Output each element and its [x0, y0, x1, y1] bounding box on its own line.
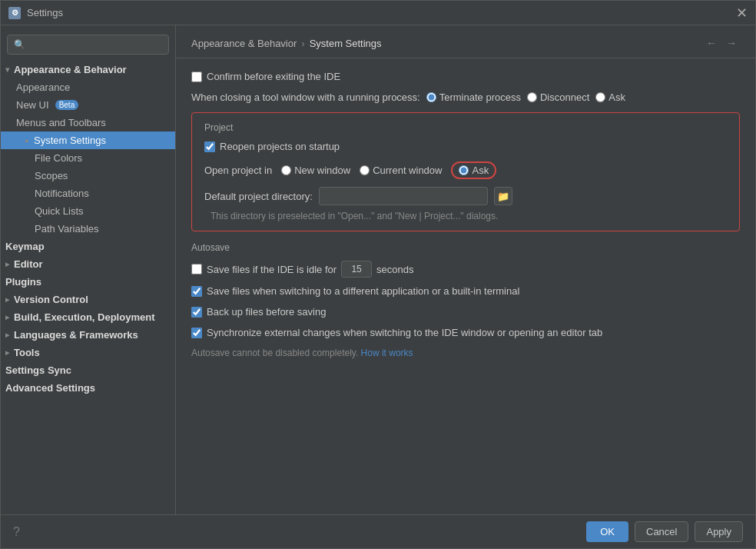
sidebar-item-appearance[interactable]: Appearance [1, 78, 175, 96]
sidebar-item-languages-frameworks[interactable]: ▸ Languages & Frameworks [1, 326, 175, 344]
sidebar-item-settings-sync[interactable]: Settings Sync [1, 361, 175, 379]
sync-external-checkbox[interactable] [191, 328, 202, 338]
reopen-projects-row: Reopen projects on startup [204, 141, 727, 152]
sidebar-label: Quick Lists [35, 205, 84, 217]
sync-external-label[interactable]: Synchronize external changes when switch… [191, 327, 602, 338]
search-box[interactable]: 🔍 [7, 35, 169, 55]
ask-project-radio[interactable] [459, 165, 469, 175]
expand-arrow: ▸ [5, 331, 9, 339]
how-it-works-link[interactable]: How it works [361, 348, 413, 358]
sidebar-item-version-control[interactable]: ▸ Version Control [1, 291, 175, 308]
sidebar-label: Notifications [35, 188, 89, 199]
save-switch-label[interactable]: Save files when switching to a different… [191, 285, 519, 297]
main-header: Appearance & Behavior › System Settings … [176, 25, 755, 58]
sidebar-item-editor[interactable]: ▸ Editor [1, 255, 175, 273]
current-window-text: Current window [373, 165, 442, 176]
autosave-warning: Autosave cannot be disabled completely. … [191, 348, 740, 358]
expand-arrow: ▸ [25, 136, 29, 145]
expand-arrow: ▾ [5, 65, 9, 74]
save-switch-row: Save files when switching to a different… [191, 285, 740, 297]
sidebar-item-menus-toolbars[interactable]: Menus and Toolbars [1, 114, 175, 131]
ask-project-label[interactable]: Ask [459, 165, 489, 176]
sidebar-label: Settings Sync [5, 364, 71, 376]
sidebar-item-plugins[interactable]: Plugins [1, 273, 175, 291]
sidebar-item-build-execution[interactable]: ▸ Build, Execution, Deployment [1, 308, 175, 326]
reopen-projects-text: Reopen projects on startup [220, 141, 340, 152]
confirm-exit-row: Confirm before exiting the IDE [191, 71, 740, 82]
sidebar-item-path-variables[interactable]: Path Variables [1, 220, 175, 238]
sidebar-item-notifications[interactable]: Notifications [1, 185, 175, 202]
sidebar-label: Languages & Frameworks [14, 329, 138, 341]
open-project-in-label: Open project in [204, 165, 272, 176]
idle-suffix: seconds [376, 264, 413, 275]
sidebar-item-keymap[interactable]: Keymap [1, 238, 175, 255]
disconnect-radio[interactable] [527, 92, 537, 102]
autosave-title: Autosave [191, 242, 740, 253]
sidebar-item-new-ui[interactable]: New UI Beta [1, 96, 175, 114]
new-window-label[interactable]: New window [281, 165, 350, 176]
sidebar-label: Advanced Settings [5, 382, 95, 394]
ok-button[interactable]: OK [586, 521, 628, 542]
terminate-process-radio[interactable] [426, 92, 436, 102]
sidebar-label: Plugins [5, 276, 41, 288]
backup-checkbox[interactable] [191, 307, 202, 318]
expand-arrow: ▸ [5, 313, 9, 321]
default-dir-row: Default project directory: 📁 [204, 187, 727, 205]
ask-closing-radio[interactable] [595, 92, 605, 102]
sidebar-item-file-colors[interactable]: File Colors [1, 149, 175, 167]
dir-hint-text: This directory is preselected in "Open..… [211, 211, 498, 221]
sidebar-label: File Colors [35, 152, 82, 164]
new-window-radio[interactable] [281, 165, 291, 175]
ask-closing-text: Ask [608, 92, 625, 103]
apply-button[interactable]: Apply [695, 521, 743, 542]
disconnect-label[interactable]: Disconnect [527, 92, 589, 103]
settings-window: ⚙ Settings ✕ 🔍 ▾ Appearance & Behavior A… [0, 0, 756, 549]
closing-tool-window-row: When closing a tool window with a runnin… [191, 92, 740, 103]
cancel-button[interactable]: Cancel [635, 521, 688, 542]
breadcrumb: Appearance & Behavior › System Settings [191, 38, 382, 49]
backup-row: Back up files before saving [191, 306, 740, 318]
save-idle-label[interactable]: Save files if the IDE is idle for [191, 264, 337, 275]
confirm-exit-label[interactable]: Confirm before exiting the IDE [191, 71, 340, 82]
save-idle-checkbox[interactable] [191, 264, 202, 274]
sidebar: 🔍 ▾ Appearance & Behavior Appearance New… [1, 25, 176, 514]
reopen-projects-label[interactable]: Reopen projects on startup [204, 141, 340, 152]
forward-button[interactable]: → [723, 35, 740, 52]
ask-radio-wrapper: Ask [451, 161, 496, 179]
close-button[interactable]: ✕ [736, 6, 748, 20]
save-idle-row: Save files if the IDE is idle for second… [191, 261, 740, 278]
project-section: Project Reopen projects on startup Open … [191, 112, 740, 231]
default-dir-input[interactable] [319, 187, 488, 205]
current-window-radio[interactable] [360, 165, 370, 175]
sidebar-label: New UI [16, 99, 49, 111]
terminate-process-label[interactable]: Terminate process [426, 92, 521, 103]
reopen-projects-checkbox[interactable] [204, 141, 215, 152]
sidebar-item-system-settings[interactable]: ▸ System Settings [1, 131, 175, 149]
sidebar-item-quick-lists[interactable]: Quick Lists [1, 202, 175, 220]
sidebar-item-advanced-settings[interactable]: Advanced Settings [1, 379, 175, 397]
back-button[interactable]: ← [703, 35, 720, 52]
closing-label: When closing a tool window with a runnin… [191, 92, 420, 103]
save-switch-checkbox[interactable] [191, 286, 202, 297]
backup-label[interactable]: Back up files before saving [191, 306, 326, 318]
new-window-text: New window [294, 165, 350, 176]
sidebar-label: Tools [14, 347, 40, 358]
browse-button[interactable]: 📁 [494, 187, 512, 205]
terminate-text: Terminate process [439, 92, 521, 103]
sidebar-item-scopes[interactable]: Scopes [1, 167, 175, 185]
current-window-label[interactable]: Current window [360, 165, 442, 176]
ask-closing-label[interactable]: Ask [595, 92, 625, 103]
main-panel: Appearance & Behavior › System Settings … [176, 25, 755, 514]
sidebar-label: Build, Execution, Deployment [14, 311, 154, 323]
breadcrumb-parent: Appearance & Behavior [191, 38, 297, 49]
sync-external-text: Synchronize external changes when switch… [207, 327, 602, 338]
sidebar-item-appearance-behavior[interactable]: ▾ Appearance & Behavior [1, 61, 175, 78]
confirm-exit-checkbox[interactable] [191, 72, 202, 82]
search-input[interactable] [30, 39, 162, 50]
sidebar-label: Editor [14, 258, 43, 270]
sidebar-item-tools[interactable]: ▸ Tools [1, 344, 175, 361]
search-icon: 🔍 [14, 39, 25, 50]
idle-seconds-input[interactable] [341, 261, 372, 278]
help-icon[interactable]: ? [13, 525, 20, 539]
app-icon: ⚙ [8, 7, 21, 19]
